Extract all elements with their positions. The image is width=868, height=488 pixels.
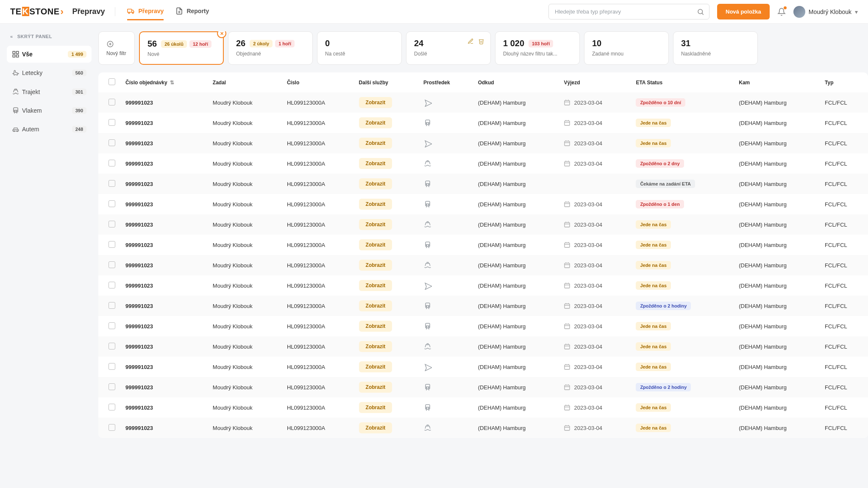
svg-point-27 — [426, 123, 427, 124]
show-services-button[interactable]: Zobrazit — [359, 402, 392, 413]
row-checkbox[interactable] — [108, 282, 115, 288]
filter-count: 10 — [592, 39, 601, 48]
row-checkbox[interactable] — [108, 261, 115, 268]
table-row[interactable]: 999991023 Moudrý Klobouk HL099123000A Zo… — [98, 235, 868, 255]
table-row[interactable]: 999991023 Moudrý Klobouk HL099123000A Zo… — [98, 377, 868, 397]
show-services-button[interactable]: Zobrazit — [359, 239, 392, 250]
row-checkbox[interactable] — [108, 343, 115, 349]
col-depart[interactable]: Výjezd — [559, 72, 631, 92]
show-services-button[interactable]: Zobrazit — [359, 260, 392, 271]
sidebar-item-vlakem[interactable]: Vlakem390 — [7, 102, 92, 119]
show-services-button[interactable]: Zobrazit — [359, 158, 392, 169]
sidebar-item-vše[interactable]: Vše1 499 — [7, 46, 92, 63]
row-checkbox[interactable] — [108, 302, 115, 309]
row-checkbox[interactable] — [108, 241, 115, 248]
table-row[interactable]: 999991023 Moudrý Klobouk HL099123000A Zo… — [98, 214, 868, 235]
filter-card[interactable]: 31Naskladněné — [673, 31, 758, 65]
col-type[interactable]: Typ — [820, 72, 868, 92]
edit-icon[interactable] — [467, 38, 474, 44]
row-checkbox[interactable] — [108, 221, 115, 227]
sidebar-item-trajekt[interactable]: Trajekt301 — [7, 83, 92, 100]
table-row[interactable]: 999991023 Moudrý Klobouk HL099123000A Zo… — [98, 418, 868, 438]
row-checkbox[interactable] — [108, 322, 115, 329]
show-services-button[interactable]: Zobrazit — [359, 117, 392, 128]
row-checkbox[interactable] — [108, 363, 115, 370]
show-services-button[interactable]: Zobrazit — [359, 280, 392, 291]
svg-rect-109 — [565, 406, 570, 410]
svg-rect-77 — [565, 304, 570, 309]
cell-num: HL099123000A — [282, 92, 354, 113]
show-services-button[interactable]: Zobrazit — [359, 138, 392, 149]
main-content: Nový filtr ✕5626 úkolů12 hoříNové262 úko… — [98, 24, 868, 488]
col-by[interactable]: Zadal — [208, 72, 282, 92]
row-checkbox[interactable] — [108, 119, 115, 126]
row-checkbox[interactable] — [108, 99, 115, 105]
tab-reports[interactable]: Reporty — [175, 3, 209, 21]
row-checkbox[interactable] — [108, 404, 115, 410]
select-all-checkbox[interactable] — [108, 78, 115, 85]
show-services-button[interactable]: Zobrazit — [359, 341, 392, 352]
hide-panel-button[interactable]: « SKRÝT PANEL — [7, 31, 92, 46]
user-menu[interactable]: Moudrý Klobouk ▾ — [793, 6, 858, 18]
table-row[interactable]: 999991023 Moudrý Klobouk HL099123000A Zo… — [98, 397, 868, 418]
sidebar-item-letecky[interactable]: Letecky560 — [7, 64, 92, 81]
col-eta[interactable]: ETA Status — [631, 72, 734, 92]
notifications-icon[interactable] — [777, 7, 786, 16]
trash-icon[interactable] — [478, 38, 484, 44]
show-services-button[interactable]: Zobrazit — [359, 219, 392, 230]
filter-card[interactable]: 1 020103 hoříDlouhý název filtru tak... — [495, 31, 580, 65]
table-row[interactable]: 999991023 Moudrý Klobouk HL099123000A Zo… — [98, 92, 868, 113]
new-item-button[interactable]: Nová položka — [717, 4, 770, 19]
search-icon[interactable] — [697, 8, 704, 16]
col-num[interactable]: Číslo — [282, 72, 354, 92]
sidebar-item-label: Autem — [22, 126, 72, 133]
row-checkbox[interactable] — [108, 200, 115, 207]
filter-card[interactable]: ✕5626 úkolů12 hoříNové — [139, 31, 224, 65]
close-icon[interactable]: ✕ — [217, 31, 226, 38]
show-services-button[interactable]: Zobrazit — [359, 422, 392, 433]
show-services-button[interactable]: Zobrazit — [359, 321, 392, 332]
show-services-button[interactable]: Zobrazit — [359, 199, 392, 210]
table-row[interactable]: 999991023 Moudrý Klobouk HL099123000A Zo… — [98, 316, 868, 336]
show-services-button[interactable]: Zobrazit — [359, 97, 392, 108]
col-mode[interactable]: Prostředek — [418, 72, 473, 92]
sidebar-item-autem[interactable]: Autem248 — [7, 121, 92, 138]
table-row[interactable]: 999991023 Moudrý Klobouk HL099123000A Zo… — [98, 133, 868, 153]
show-services-button[interactable]: Zobrazit — [359, 361, 392, 372]
table-row[interactable]: 999991023 Moudrý Klobouk HL099123000A Zo… — [98, 255, 868, 275]
new-filter-button[interactable]: Nový filtr — [98, 31, 135, 65]
col-to[interactable]: Kam — [734, 72, 820, 92]
filter-chip: 1 hoří — [275, 40, 295, 47]
show-services-button[interactable]: Zobrazit — [359, 382, 392, 393]
tab-transports[interactable]: Přepravy — [127, 3, 164, 21]
row-checkbox[interactable] — [108, 180, 115, 187]
col-from[interactable]: Odkud — [473, 72, 559, 92]
show-services-button[interactable]: Zobrazit — [359, 178, 392, 189]
svg-point-84 — [428, 327, 429, 327]
table-row[interactable]: 999991023 Moudrý Klobouk HL099123000A Zo… — [98, 174, 868, 194]
table-row[interactable]: 999991023 Moudrý Klobouk HL099123000A Zo… — [98, 336, 868, 357]
table-row[interactable]: 999991023 Moudrý Klobouk HL099123000A Zo… — [98, 194, 868, 214]
table-row[interactable]: 999991023 Moudrý Klobouk HL099123000A Zo… — [98, 357, 868, 377]
search-input[interactable] — [548, 4, 709, 19]
filter-card[interactable]: 10Zadané mnou — [584, 31, 669, 65]
col-services[interactable]: Další služby — [354, 72, 418, 92]
row-checkbox[interactable] — [108, 139, 115, 146]
cell-to: (DEHAM) Hamburg — [734, 255, 820, 275]
show-services-button[interactable]: Zobrazit — [359, 300, 392, 311]
filter-card[interactable]: 262 úkoly1 hoříObjednané — [228, 31, 313, 65]
table-row[interactable]: 999991023 Moudrý Klobouk HL099123000A Zo… — [98, 153, 868, 174]
table-row[interactable]: 999991023 Moudrý Klobouk HL099123000A Zo… — [98, 113, 868, 133]
filter-card[interactable]: 0Na cestě — [317, 31, 402, 65]
row-checkbox[interactable] — [108, 160, 115, 166]
filter-card[interactable]: 24Došlé — [406, 31, 491, 65]
row-checkbox[interactable] — [108, 383, 115, 390]
row-checkbox[interactable] — [108, 424, 115, 431]
date-value: 2023-03-04 — [574, 120, 602, 126]
table-row[interactable]: 999991023 Moudrý Klobouk HL099123000A Zo… — [98, 275, 868, 296]
table-row[interactable]: 999991023 Moudrý Klobouk HL099123000A Zo… — [98, 296, 868, 316]
sort-icon[interactable]: ⇅ — [170, 80, 174, 86]
cell-by: Moudrý Klobouk — [208, 194, 282, 214]
app-logo[interactable]: TEKSTONE› — [10, 6, 64, 17]
svg-point-83 — [426, 327, 427, 327]
